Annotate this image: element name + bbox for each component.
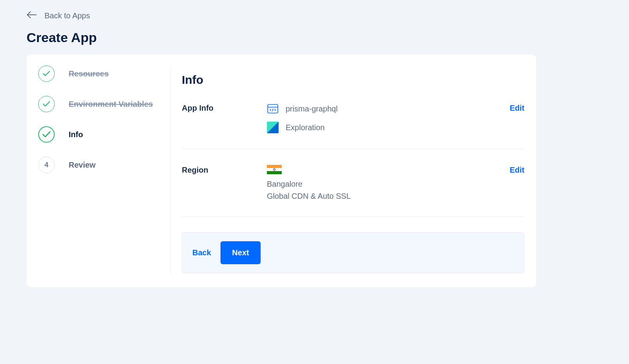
page-title: Create App — [27, 30, 629, 45]
wizard-main: Info App Info — [171, 65, 524, 273]
back-to-apps-link[interactable]: Back to Apps — [27, 11, 90, 21]
back-link-label: Back to Apps — [44, 11, 90, 20]
next-button[interactable]: Next — [220, 241, 261, 264]
svg-rect-1 — [268, 104, 278, 113]
region-heading: Region — [182, 165, 267, 175]
wizard-sidebar: Resources Environment Variables Info — [38, 65, 171, 273]
step-environment-variables[interactable]: Environment Variables — [38, 96, 160, 112]
app-info-heading: App Info — [182, 103, 267, 113]
step-label: Info — [69, 130, 83, 139]
step-info[interactable]: Info — [38, 126, 160, 143]
step-label: Environment Variables — [69, 100, 153, 109]
step-review[interactable]: 4 Review — [38, 157, 160, 173]
region-row: Region Bangalore Global CDN & Auto SSL E… — [182, 165, 524, 217]
app-info-row: App Info prisma-graphql — [182, 103, 524, 149]
step-resources[interactable]: Resources — [38, 65, 160, 82]
edit-app-info-link[interactable]: Edit — [510, 103, 524, 113]
check-icon — [38, 65, 55, 82]
project-icon — [267, 122, 279, 133]
svg-line-3 — [272, 109, 273, 111]
wizard-card: Resources Environment Variables Info — [27, 55, 536, 287]
edit-region-link[interactable]: Edit — [510, 165, 524, 175]
step-label: Review — [69, 161, 96, 170]
check-icon — [38, 96, 55, 112]
step-number-icon: 4 — [38, 157, 55, 173]
app-name-value: prisma-graphql — [286, 104, 338, 113]
region-city-value: Bangalore — [267, 180, 510, 189]
check-icon — [38, 126, 55, 143]
section-title: Info — [182, 73, 524, 87]
region-subtitle-value: Global CDN & Auto SSL — [267, 192, 510, 201]
arrow-left-icon — [27, 11, 37, 21]
app-browser-icon — [267, 103, 279, 115]
step-label: Resources — [69, 69, 108, 78]
footer-action-bar: Back Next — [182, 232, 524, 273]
india-flag-icon — [267, 165, 282, 174]
back-button[interactable]: Back — [192, 243, 211, 263]
project-name-value: Exploration — [286, 123, 325, 132]
